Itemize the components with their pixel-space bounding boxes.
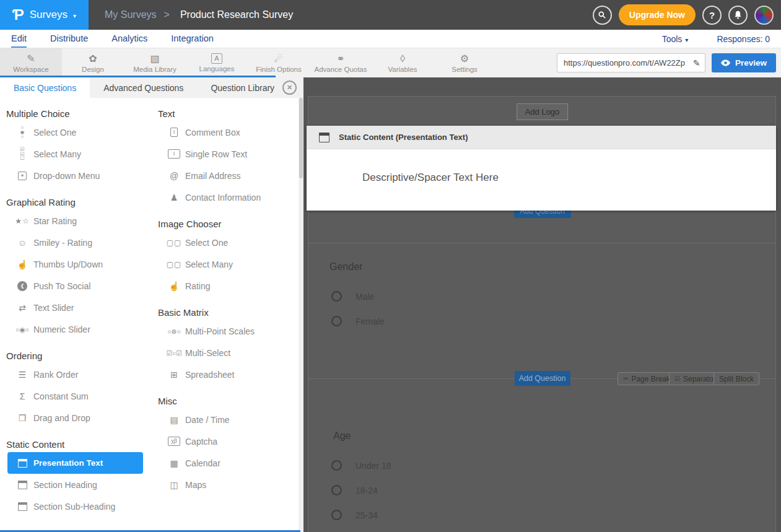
- preview-button[interactable]: Preview: [712, 53, 776, 72]
- question-type-constant-sum[interactable]: ΣConstant Sum: [7, 385, 143, 407]
- question-type-push-to-social[interactable]: ❮Push To Social: [7, 275, 143, 297]
- question-title: Gender: [329, 261, 385, 274]
- breadcrumb: My Surveys > Product Research Survey: [105, 9, 293, 20]
- top-bar: Ƥ Surveys ▾ My Surveys > Product Researc…: [0, 0, 781, 30]
- question-type-maps[interactable]: ◫Maps: [159, 474, 284, 495]
- tab-analytics[interactable]: Analytics: [111, 30, 147, 48]
- toolbar-item-finish-options[interactable]: ☄Finish Options: [248, 48, 310, 77]
- tab-distribute[interactable]: Distribute: [50, 30, 88, 48]
- toolbar-item-workspace[interactable]: ✎Workspace: [0, 48, 62, 77]
- question-age: Age Under 18 18-24 25-34: [329, 430, 391, 520]
- toolbar-item-settings[interactable]: ⚙Settings: [434, 48, 495, 77]
- tab-edit[interactable]: Edit: [11, 30, 27, 48]
- panel-tab-basic-questions[interactable]: Basic Questions: [0, 77, 90, 98]
- section-title: Text: [158, 107, 292, 121]
- question-type-single-row-text[interactable]: ISingle Row Text: [159, 143, 284, 165]
- question-type-multi-select[interactable]: ☑○☑Multi-Select: [159, 342, 284, 364]
- question-type-rating[interactable]: ☝Rating: [159, 275, 284, 297]
- question-type-text-slider[interactable]: ⇄Text Slider: [7, 297, 143, 318]
- question-type-rank-order[interactable]: ☰Rank Order: [7, 364, 143, 385]
- question-type-select-one[interactable]: ○◉○Select One: [7, 121, 143, 143]
- question-type-spreadsheet[interactable]: ⊞Spreadsheet: [159, 364, 284, 385]
- question-type-smiley-rating[interactable]: ☺Smiley - Rating: [7, 232, 143, 253]
- icon-glyph: [18, 481, 27, 489]
- gender-female-radio[interactable]: [331, 316, 342, 326]
- section-multiple-choice: Multiple Choice○◉○Select One☑☑☐Select Ma…: [6, 107, 152, 186]
- question-type-label: Presentation Text: [33, 458, 103, 468]
- question-type-comment-box[interactable]: IComment Box: [159, 121, 284, 143]
- question-type-label: Contact Information: [185, 193, 261, 203]
- icon-glyph: ▢▢: [167, 260, 182, 269]
- icon-glyph: ○⊛○: [167, 328, 180, 335]
- age-under-18-radio[interactable]: [331, 460, 342, 471]
- question-type-select-many[interactable]: ▢▢Select Many: [159, 253, 284, 275]
- question-type-section-sub-heading[interactable]: Section Sub-Heading: [7, 495, 143, 517]
- upgrade-now-button[interactable]: Upgrade Now: [619, 4, 696, 25]
- question-type-thumbs-up-down[interactable]: ☝Thumbs Up/Down: [7, 253, 143, 275]
- question-type-email-address[interactable]: @Email Address: [159, 165, 284, 186]
- question-type-calendar[interactable]: ▦Calendar: [159, 452, 284, 474]
- presentation-text-value[interactable]: Descriptive/Spacer Text Here: [307, 149, 776, 184]
- image-select-many-icon: ▢▢: [163, 260, 185, 269]
- section-title: Misc: [158, 394, 292, 409]
- answer-option: Male: [329, 291, 385, 302]
- section-graphical-rating: Graphical Rating★☆Star Rating☺Smiley - R…: [6, 195, 152, 340]
- question-type-presentation-text[interactable]: Presentation Text: [7, 452, 143, 474]
- panel-tab-advanced-questions[interactable]: Advanced Questions: [90, 77, 197, 98]
- age-18-24-radio[interactable]: [331, 485, 342, 495]
- panel-tab-question-library[interactable]: Question Library: [197, 77, 288, 98]
- toolbar-item-variables[interactable]: ◊Variables: [372, 48, 434, 77]
- search-button[interactable]: [593, 6, 612, 25]
- question-type-label: Single Row Text: [185, 149, 247, 159]
- question-type-numeric-slider[interactable]: ○◉○Numeric Slider: [7, 318, 143, 340]
- section-title: Multiple Choice: [6, 107, 152, 121]
- toolbar-item-languages[interactable]: ALanguages: [186, 48, 248, 77]
- eye-icon: [721, 59, 730, 66]
- add-logo-button[interactable]: Add Logo: [517, 103, 569, 120]
- tab-integration[interactable]: Integration: [171, 30, 214, 48]
- block-divider: [308, 243, 776, 243]
- breadcrumb-my-surveys[interactable]: My Surveys: [105, 9, 157, 20]
- close-panel-button[interactable]: ✕: [282, 81, 297, 95]
- question-gender: Gender Male Female: [329, 261, 385, 326]
- question-type-captcha[interactable]: χβCaptcha: [159, 430, 284, 452]
- add-question-button[interactable]: Add Question: [515, 371, 570, 386]
- toolbar-item-media-library[interactable]: ▧Media Library: [124, 48, 186, 77]
- section-nav-bar: EditDistributeAnalyticsIntegration Tools…: [0, 30, 781, 48]
- question-type-date-time[interactable]: ▤Date / Time: [159, 409, 284, 430]
- question-type-select-many[interactable]: ☑☑☐Select Many: [7, 143, 143, 165]
- survey-url-input[interactable]: [557, 58, 689, 68]
- multi-point-scales-icon: ○⊛○: [163, 328, 185, 335]
- toolbar-items: ✎Workspace✿Design▧Media LibraryALanguage…: [0, 48, 495, 77]
- date-time-icon: ▤: [163, 415, 185, 425]
- panel-scrollbar[interactable]: [299, 98, 303, 532]
- tools-dropdown[interactable]: Tools▾: [662, 34, 689, 44]
- question-column-2: TextIComment BoxISingle Row Text@Email A…: [152, 98, 292, 532]
- section-title: Graphical Rating: [6, 195, 152, 210]
- toolbar-item-design[interactable]: ✿Design: [62, 48, 124, 77]
- toolbar-item-label: Workspace: [13, 66, 48, 73]
- gender-male-radio[interactable]: [331, 291, 342, 302]
- bell-icon: [733, 10, 743, 20]
- question-type-section-heading[interactable]: Section Heading: [7, 474, 143, 495]
- surveys-product-menu[interactable]: Ƥ Surveys ▾: [0, 0, 89, 30]
- edit-nav-tabs: EditDistributeAnalyticsIntegration: [11, 30, 237, 48]
- star-rating-icon: ★☆: [11, 217, 33, 225]
- section-title: Ordering: [6, 349, 152, 364]
- toolbar-item-advance-quotas[interactable]: ⚭Advance Quotas: [310, 48, 372, 77]
- question-type-contact-information[interactable]: ♟Contact Information: [159, 186, 284, 208]
- contact-information-person-icon: ♟: [163, 193, 185, 203]
- page-break-button[interactable]: ✂ Page Break: [617, 372, 676, 385]
- avatar[interactable]: [754, 6, 774, 25]
- question-type-drop-down-menu[interactable]: ▾Drop-down Menu: [7, 165, 143, 186]
- edit-url-pencil-icon[interactable]: ✎: [689, 58, 705, 68]
- notifications-button[interactable]: [728, 6, 748, 25]
- help-button[interactable]: ?: [702, 6, 722, 25]
- age-25-34-radio[interactable]: [331, 510, 342, 520]
- question-type-select-one[interactable]: ▢▢Select One: [159, 232, 284, 253]
- scrollbar-thumb[interactable]: [299, 98, 303, 178]
- split-block-button[interactable]: Split Block: [713, 372, 759, 385]
- question-type-drag-and-drop[interactable]: ❐Drag and Drop: [7, 407, 143, 429]
- question-type-multi-point-scales[interactable]: ○⊛○Multi-Point Scales: [159, 320, 284, 342]
- question-type-star-rating[interactable]: ★☆Star Rating: [7, 210, 143, 232]
